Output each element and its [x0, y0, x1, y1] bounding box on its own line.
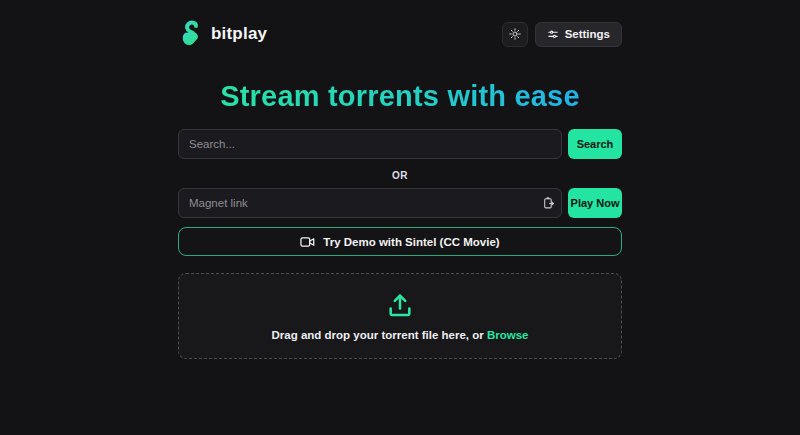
sliders-icon	[547, 29, 559, 40]
sun-icon	[509, 28, 521, 40]
dropzone-text-main: Drag and drop your torrent file here, or	[272, 329, 484, 341]
brand-name: bitplay	[211, 24, 267, 44]
video-camera-icon	[300, 236, 315, 248]
play-now-button[interactable]: Play Now	[568, 188, 622, 218]
dropzone-text: Drag and drop your torrent file here, or…	[272, 329, 529, 341]
page-title: Stream torrents with ease	[178, 80, 622, 113]
browse-link[interactable]: Browse	[487, 329, 529, 341]
or-divider: OR	[178, 170, 622, 181]
settings-button-label: Settings	[565, 28, 610, 40]
header-actions: Settings	[502, 22, 622, 47]
magnet-row: Play Now	[178, 188, 622, 218]
search-input-wrap	[178, 129, 562, 159]
theme-toggle-button[interactable]	[502, 22, 528, 47]
torrent-dropzone[interactable]: Drag and drop your torrent file here, or…	[178, 273, 622, 359]
paste-button[interactable]	[542, 196, 555, 210]
settings-button[interactable]: Settings	[535, 22, 622, 47]
search-button[interactable]: Search	[568, 129, 622, 159]
demo-button-label: Try Demo with Sintel (CC Movie)	[323, 236, 499, 248]
demo-button[interactable]: Try Demo with Sintel (CC Movie)	[178, 227, 622, 256]
search-row: Search	[178, 129, 622, 159]
bitplay-logo-icon	[178, 20, 204, 48]
magnet-link-input[interactable]	[178, 188, 562, 218]
brand[interactable]: bitplay	[178, 20, 267, 48]
main-container: bitplay	[178, 0, 622, 359]
clipboard-paste-icon	[542, 196, 555, 210]
upload-icon	[386, 291, 414, 319]
magnet-input-wrap	[178, 188, 562, 218]
header: bitplay	[178, 0, 622, 47]
search-input[interactable]	[178, 129, 562, 159]
